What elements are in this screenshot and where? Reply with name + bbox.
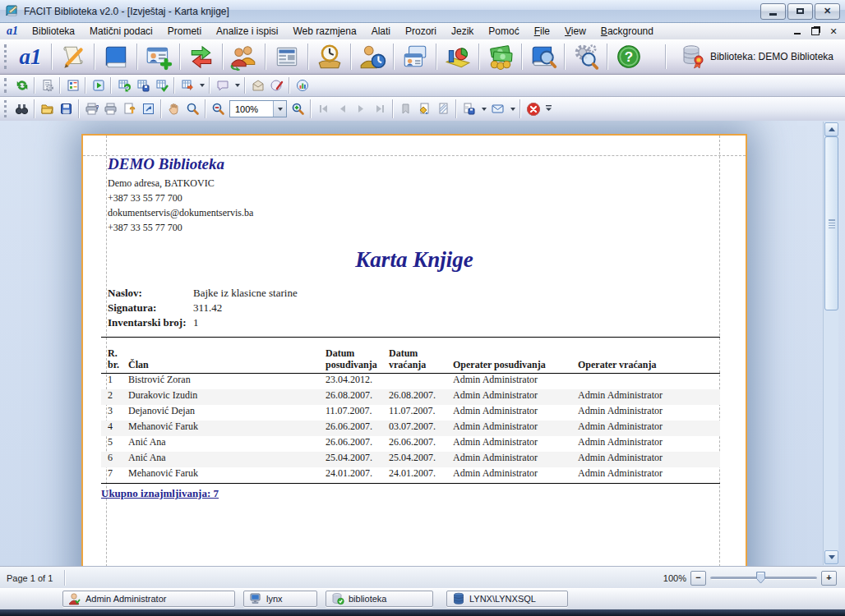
- newspaper-icon: [273, 43, 301, 71]
- zoom-plus-button[interactable]: +: [821, 571, 837, 586]
- toolbar-grip[interactable]: [4, 100, 9, 117]
- scrollbar-thumb[interactable]: [824, 136, 838, 310]
- scroll-up-button[interactable]: [824, 122, 838, 136]
- send-email-dropdown[interactable]: [507, 100, 517, 118]
- menu-item-prozori[interactable]: Prozori: [398, 24, 444, 39]
- scroll-down-button[interactable]: [824, 550, 838, 564]
- toolbar-grip[interactable]: [4, 44, 9, 68]
- nav-first-icon[interactable]: [314, 100, 333, 118]
- comments-icon[interactable]: [213, 76, 232, 94]
- table-cell: Admin Administrator: [446, 452, 571, 467]
- table-row: 4Mehanović Faruk26.06.2007.03.07.2007.Ad…: [101, 421, 720, 436]
- zoom-combo-dropdown[interactable]: [273, 101, 286, 117]
- pan-hand-icon[interactable]: [164, 100, 183, 118]
- menu-item-mati-ni-podaci[interactable]: Matični podaci: [82, 24, 160, 39]
- a1-logo-button[interactable]: a1: [12, 41, 48, 72]
- zoom-slider-track[interactable]: [710, 577, 817, 580]
- save-floppy-icon[interactable]: [57, 100, 76, 118]
- export-file-icon[interactable]: [459, 100, 478, 118]
- svg-text:?: ?: [625, 49, 633, 65]
- zoom-tool-icon[interactable]: [183, 100, 202, 118]
- due-clock-button[interactable]: [312, 41, 348, 72]
- report-list-icon[interactable]: [63, 76, 82, 94]
- zoom-minus-button[interactable]: −: [690, 571, 706, 586]
- menu-item-prometi[interactable]: Prometi: [160, 24, 209, 39]
- table-refresh-icon[interactable]: [114, 76, 133, 94]
- shrink-to-page-icon[interactable]: [139, 100, 158, 118]
- payments-money-button[interactable]: [483, 41, 519, 72]
- app-window: FACIT Biblioteka v2.0 - [Izvještaj - Kar…: [0, 0, 845, 616]
- add-member-icon: [145, 43, 173, 71]
- table-save-icon[interactable]: [133, 76, 152, 94]
- minimize-button[interactable]: [760, 3, 786, 20]
- zoom-slider-thumb[interactable]: [756, 572, 765, 584]
- zoom-out-icon[interactable]: [209, 100, 228, 118]
- open-folder-icon[interactable]: [38, 100, 57, 118]
- send-email-icon[interactable]: [488, 100, 507, 118]
- catalog-book-button[interactable]: [98, 41, 134, 72]
- table-export-dropdown[interactable]: [196, 76, 206, 94]
- export-file-dropdown[interactable]: [478, 100, 488, 118]
- menu-item-web-razmjena[interactable]: Web razmjena: [285, 24, 363, 39]
- catalog-search-button[interactable]: [525, 41, 561, 72]
- a1-logo-icon: a1: [20, 44, 42, 70]
- report-title: Karta Knjige: [83, 247, 746, 273]
- secondary-toolbar: [0, 75, 845, 97]
- report-settings-icon[interactable]: [38, 76, 57, 94]
- toolbar-grip[interactable]: [4, 78, 9, 93]
- page-color-icon[interactable]: [415, 100, 434, 118]
- report-phone2: +387 33 55 77 700: [108, 220, 253, 235]
- menu-item-background[interactable]: Background: [593, 24, 661, 39]
- close-preview-icon[interactable]: [524, 100, 543, 118]
- toolbar-overflow-button[interactable]: [543, 100, 554, 118]
- help-button[interactable]: ?: [611, 41, 647, 72]
- menu-item-jezik[interactable]: Jezik: [444, 24, 481, 39]
- menu-item-file[interactable]: File: [527, 24, 557, 39]
- page-settings-icon[interactable]: [120, 100, 139, 118]
- close-button[interactable]: ✕: [815, 3, 840, 20]
- mdi-restore-button[interactable]: [810, 26, 820, 36]
- circulation-swap-button[interactable]: [183, 41, 219, 72]
- find-binoculars-icon[interactable]: [12, 100, 31, 118]
- member-cards-button[interactable]: [397, 41, 433, 72]
- nav-prev-icon[interactable]: [333, 100, 352, 118]
- table-cell: Admin Administrator: [446, 389, 571, 405]
- print-icon[interactable]: [101, 100, 120, 118]
- restore-button[interactable]: [787, 3, 813, 20]
- loan-note-button[interactable]: [55, 41, 91, 72]
- table-cell: [571, 374, 720, 389]
- menu-item-biblioteka[interactable]: Biblioteka: [25, 24, 82, 39]
- table-check-icon[interactable]: [152, 76, 171, 94]
- watermark-icon[interactable]: [434, 100, 453, 118]
- options-search-button[interactable]: [568, 41, 604, 72]
- table-cell: Anić Ana: [122, 452, 319, 467]
- run-report-icon[interactable]: [89, 76, 108, 94]
- members-transfer-button[interactable]: [226, 41, 262, 72]
- mdi-close-button[interactable]: ✕: [829, 26, 838, 36]
- newspaper-button[interactable]: [269, 41, 305, 72]
- add-member-button[interactable]: [141, 41, 177, 72]
- menu-item-alati[interactable]: Alati: [364, 24, 398, 39]
- nav-next-icon[interactable]: [352, 100, 371, 118]
- statistics-chart-button[interactable]: [440, 41, 476, 72]
- comments-dropdown[interactable]: [232, 76, 242, 94]
- mdi-minimize-button[interactable]: [792, 26, 802, 36]
- zoom-in-icon[interactable]: [289, 100, 307, 118]
- bookmark-icon[interactable]: [396, 100, 415, 118]
- menu-item-view[interactable]: View: [557, 24, 593, 39]
- zoom-combo[interactable]: 100%: [229, 100, 287, 117]
- a1-menu-icon: a1: [0, 25, 25, 38]
- help-icon: ?: [615, 43, 643, 71]
- print-setup-icon[interactable]: ?: [82, 100, 101, 118]
- member-activity-button[interactable]: [354, 41, 390, 72]
- menu-item-pomo-[interactable]: Pomoć: [481, 24, 526, 39]
- note-edit-icon[interactable]: [267, 76, 286, 94]
- chart-view-icon[interactable]: [293, 76, 312, 94]
- nav-last-icon[interactable]: [371, 100, 390, 118]
- menu-item-analize-i-ispisi[interactable]: Analize i ispisi: [209, 24, 285, 39]
- mail-open-icon[interactable]: [248, 76, 267, 94]
- table-cell: Admin Administrator: [571, 436, 720, 452]
- table-export-icon[interactable]: [178, 76, 196, 94]
- catalog-book-icon: [102, 43, 130, 71]
- refresh-icon[interactable]: [12, 76, 31, 94]
